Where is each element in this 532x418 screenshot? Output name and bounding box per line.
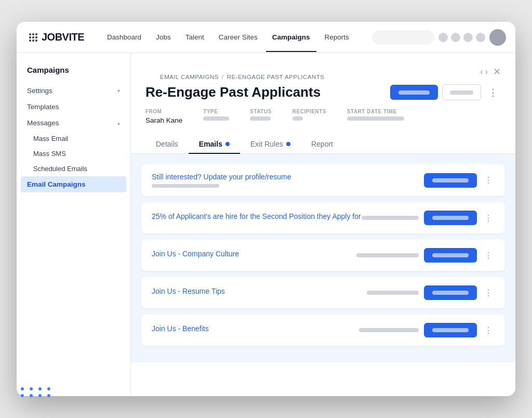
tab-exit-rules-dot [286,142,290,146]
email-card-2-left: 25% of Applicant's are hire for the Seco… [152,212,362,224]
page-content: EMAIL CAMPAIGNS / RE-ENGAGE PAST APPLICA… [131,53,515,396]
main-content: Campaigns Settings ▾ Templates Messages … [17,53,515,396]
blue-dot [38,394,42,397]
sidebar-item-templates[interactable]: Templates [17,99,130,115]
breadcrumb-email-campaigns: EMAIL CAMPAIGNS [160,74,219,80]
nav-item-jobs[interactable]: Jobs [150,29,177,45]
meta-status: STATUS [250,109,272,124]
tabs: Details Emails Exit Rules Report [131,124,515,154]
meta-start-date: START DATE TIME [347,109,404,124]
breadcrumb-separator: / [222,74,224,80]
sidebar-item-mass-email[interactable]: Mass Email [17,131,130,146]
nav-item-career-sites[interactable]: Career Sites [212,29,264,45]
meta-type-value-bar [203,116,229,121]
search-bar[interactable] [372,30,434,45]
meta-type: TYPE [203,109,229,124]
meta-recipients-value-bar [292,116,303,121]
email-title-4[interactable]: Join Us - Resume Tips [152,287,367,295]
email-card-5-left: Join Us - Benefits [152,324,359,336]
close-button[interactable]: ✕ [493,66,501,77]
page-header: Re-Engage Past Applicants ⋮ [131,80,515,100]
nav-item-reports[interactable]: Reports [318,29,355,45]
breadcrumb: EMAIL CAMPAIGNS / RE-ENGAGE PAST APPLICA… [145,63,339,80]
next-arrow-icon[interactable]: › [485,67,488,76]
more-options-button[interactable]: ⋮ [485,85,501,100]
logo[interactable]: JOBVITE [29,31,84,43]
email-title-3[interactable]: Join Us - Company Culture [152,250,356,258]
email-more-btn-5[interactable]: ⋮ [482,323,495,337]
nav-links: Dashboard Jobs Talent Career Sites Campa… [101,29,355,45]
blue-dot [47,387,50,390]
meta-from-value: Sarah Kane [145,116,182,124]
email-card-1-right: ⋮ [424,173,495,188]
avatar[interactable] [489,29,506,46]
email-card-3: Join Us - Company Culture ⋮ [141,240,505,271]
nav-item-campaigns[interactable]: Campaigns [266,29,316,45]
sidebar-item-email-campaigns[interactable]: Email Campaigns [21,176,126,192]
blue-dot [21,387,24,390]
email-card-2-right: ⋮ [362,211,495,225]
email-action-btn-3[interactable] [424,248,477,263]
sidebar-title: Campaigns [17,66,130,83]
tab-emails-dot [225,142,230,146]
meta-status-label: STATUS [250,109,272,114]
logo-grid-icon [29,33,37,42]
email-card-5-right: ⋮ [359,323,495,337]
email-action-btn-4[interactable] [424,285,477,300]
meta-recipients: RECIPIENTS [292,109,326,124]
tab-report[interactable]: Report [301,135,343,153]
email-more-btn-3[interactable]: ⋮ [482,249,495,263]
nav-circles [438,33,485,42]
email-more-btn-2[interactable]: ⋮ [482,211,495,225]
logo-text: JOBVITE [42,31,84,43]
email-card-1: Still interested? Update your profile/re… [141,164,505,196]
sidebar-item-scheduled-emails[interactable]: Scheduled Emails [17,161,130,176]
email-meta-bar-2 [362,216,419,220]
meta-recipients-label: RECIPIENTS [292,109,326,114]
prev-arrow-icon[interactable]: ‹ [480,67,483,76]
email-card-3-right: ⋮ [356,248,495,263]
nav-item-dashboard[interactable]: Dashboard [101,29,148,45]
meta-start-date-label: START DATE TIME [347,109,404,114]
nav-item-talent[interactable]: Talent [179,29,210,45]
chevron-down-icon: ▾ [117,88,120,94]
email-title-5[interactable]: Join Us - Benefits [152,324,359,333]
preview-button[interactable] [442,84,481,100]
blue-dot [38,387,42,390]
email-card-4-right: ⋮ [367,285,495,300]
tab-exit-rules[interactable]: Exit Rules [240,135,301,153]
email-action-btn-1[interactable] [424,173,477,188]
tab-details[interactable]: Details [145,135,189,153]
nav-circle-2[interactable] [451,33,460,42]
meta-type-label: TYPE [203,109,229,114]
email-meta-bar-3 [356,253,419,257]
edit-button[interactable] [390,85,438,100]
meta-start-date-value-bar [347,116,404,121]
tab-emails[interactable]: Emails [189,135,240,153]
sidebar-group: Settings ▾ Templates Messages ▴ Mass Ema… [17,83,130,192]
nav-circle-4[interactable] [476,33,485,42]
sidebar-item-mass-sms[interactable]: Mass SMS [17,146,130,161]
nav-right [372,29,506,46]
email-action-btn-5[interactable] [424,323,477,337]
chevron-up-icon: ▴ [117,120,120,126]
email-meta-bar-4 [367,291,419,295]
nav-arrows[interactable]: ‹ › [480,67,488,76]
email-meta-bar-5 [359,328,419,332]
blue-dot [47,394,50,397]
email-action-btn-2[interactable] [424,211,477,225]
page-title: Re-Engage Past Applicants [145,84,321,100]
email-list-area: Still interested? Update your profile/re… [131,154,515,362]
email-title-2[interactable]: 25% of Applicant's are hire for the Seco… [152,212,362,220]
blue-dot [30,387,33,390]
email-more-btn-1[interactable]: ⋮ [482,173,495,187]
email-more-btn-4[interactable]: ⋮ [482,286,495,300]
email-card-2: 25% of Applicant's are hire for the Seco… [141,202,505,233]
sidebar-item-messages[interactable]: Messages ▴ [17,115,130,131]
email-card-3-left: Join Us - Company Culture [152,250,356,261]
nav-circle-1[interactable] [438,33,448,42]
header-actions: ⋮ [390,84,501,100]
sidebar-item-settings[interactable]: Settings ▾ [17,83,130,99]
email-title-1[interactable]: Still interested? Update your profile/re… [152,173,424,181]
nav-circle-3[interactable] [463,33,473,42]
